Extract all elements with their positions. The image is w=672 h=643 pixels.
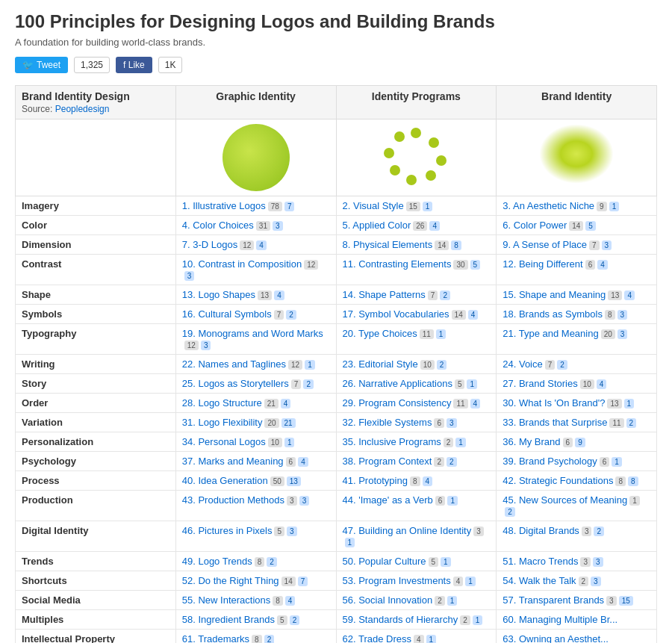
row9-c3-link[interactable]: 29. Program Consistency	[343, 397, 452, 409]
row10-c4-link[interactable]: 33. Brands that Surprise	[503, 417, 607, 428]
row14-c2-link[interactable]: 43. Production Methods	[182, 494, 284, 506]
row5-c2-link[interactable]: 16. Cultural Symbols	[182, 308, 272, 320]
category-cell: Shortcuts	[16, 571, 176, 591]
row18-c4-badge2: 15	[619, 596, 633, 606]
row20-c3-link[interactable]: 62. Trade Dress	[343, 633, 412, 643]
row12-c3-link[interactable]: 38. Program Context	[343, 456, 432, 467]
row1-c2-link[interactable]: 4. Color Choices	[182, 220, 254, 231]
row3-c4-link[interactable]: 12. Being Different	[503, 258, 582, 270]
table-row: Shape13. Logo Shapes13414. Shape Pattern…	[16, 285, 657, 305]
row20-c2-link[interactable]: 61. Trademarks	[182, 633, 249, 643]
row8-c4-link[interactable]: 27. Brand Stories	[503, 378, 577, 389]
row11-c3-badge2: 1	[455, 438, 466, 447]
row7-c3-link[interactable]: 23. Editorial Style	[343, 358, 418, 370]
row4-c4-link[interactable]: 15. Shape and Meaning	[503, 289, 606, 300]
row16-c3-link[interactable]: 50. Popular Culture	[343, 556, 426, 567]
row9-c4-link[interactable]: 30. What Is 'On Brand'?	[503, 397, 605, 409]
row20-c3-badge2: 1	[426, 635, 437, 643]
row8-c2: 25. Logos as Storytellers72	[175, 374, 336, 394]
row5-c2-badge1: 7	[274, 310, 284, 320]
row2-c3-link[interactable]: 8. Physical Elements	[343, 239, 433, 250]
row8-c2-link[interactable]: 25. Logos as Storytellers	[182, 378, 289, 389]
row18-c4-link[interactable]: 57. Transparent Brands	[503, 594, 604, 606]
row17-c4-badge2: 3	[591, 577, 601, 586]
row11-c3-badge1: 2	[444, 438, 454, 447]
row8-c3: 26. Narrative Applications51	[336, 374, 497, 394]
row17-c3-badge1: 4	[453, 577, 464, 586]
row20-c4-link[interactable]: 63. Owning an Aesthet...	[503, 633, 609, 643]
row1-c3-badge1: 26	[413, 221, 427, 231]
row3-c3-link[interactable]: 11. Contrasting Elements	[343, 258, 452, 270]
row11-c2-link[interactable]: 34. Personal Logos	[182, 436, 266, 447]
row7-c4-link[interactable]: 24. Voice	[503, 358, 543, 370]
peopledesign-link[interactable]: Peopledesign	[55, 104, 110, 114]
row16-c2-link[interactable]: 49. Logo Trends	[182, 556, 252, 567]
row0-c4-link[interactable]: 3. An Aesthetic Niche	[503, 200, 594, 211]
row14-c3-link[interactable]: 44. 'Image' as a Verb	[343, 494, 433, 506]
row5-c3-link[interactable]: 17. Symbol Vocabularies	[343, 308, 449, 320]
row17-c2-badge2: 7	[298, 577, 308, 586]
row10-c4-badge2: 2	[626, 418, 637, 428]
row6-c3-link[interactable]: 20. Type Choices	[343, 328, 417, 339]
row13-c3: 41. Prototyping84	[336, 471, 497, 491]
row6-c2-link[interactable]: 19. Monograms and Word Marks	[182, 328, 323, 339]
row17-c4-link[interactable]: 54. Walk the Talk	[503, 575, 576, 586]
row6-c2: 19. Monograms and Word Marks123	[175, 324, 336, 355]
table-row: Color4. Color Choices3135. Applied Color…	[16, 216, 657, 235]
row15-c4-link[interactable]: 48. Digital Brands	[503, 525, 579, 536]
row19-c3-badge1: 2	[460, 615, 470, 625]
row7-c2-link[interactable]: 22. Names and Taglines	[182, 358, 286, 370]
row13-c4-link[interactable]: 42. Strategic Foundations	[503, 475, 613, 486]
row19-c2-link[interactable]: 58. Ingredient Brands	[182, 614, 275, 625]
row10-c4-badge1: 11	[609, 418, 623, 428]
row18-c2-link[interactable]: 55. New Interactions	[182, 594, 271, 606]
row0-c3-link[interactable]: 2. Visual Style	[343, 200, 404, 211]
category-cell: Symbols	[16, 305, 176, 324]
row6-c4-link[interactable]: 21. Type and Meaning	[503, 328, 598, 339]
icon-row	[16, 119, 657, 196]
row10-c2-link[interactable]: 31. Logo Flexibility	[182, 417, 263, 428]
row5-c3-badge2: 4	[468, 310, 479, 320]
row17-c3-link[interactable]: 53. Program Investments	[343, 575, 451, 586]
row1-c4-link[interactable]: 6. Color Power	[503, 220, 567, 231]
row1-c3-link[interactable]: 5. Applied Color	[343, 220, 411, 231]
row5-c2: 16. Cultural Symbols72	[175, 305, 336, 324]
row2-c4-link[interactable]: 9. A Sense of Place	[503, 239, 587, 250]
like-button[interactable]: f Like	[116, 57, 152, 73]
row12-c4-link[interactable]: 39. Brand Psychology	[503, 456, 597, 467]
row15-c2-link[interactable]: 46. Pictures in Pixels	[182, 525, 273, 536]
row13-c3-link[interactable]: 41. Prototyping	[343, 475, 408, 486]
row14-c3-badge1: 6	[435, 496, 446, 506]
table-row: Digital Identity46. Pictures in Pixels53…	[16, 521, 657, 552]
row16-c4-link[interactable]: 51. Macro Trends	[503, 556, 578, 567]
row18-c3-link[interactable]: 56. Social Innovation	[343, 594, 433, 606]
row11-c3-link[interactable]: 35. Inclusive Programs	[343, 436, 441, 447]
row17-c2-link[interactable]: 52. Do the Right Thing	[182, 575, 279, 586]
dot-1	[429, 137, 439, 148]
row10-c3-link[interactable]: 32. Flexible Systems	[343, 417, 432, 428]
col1-source: Source: Peopledesign	[22, 104, 109, 114]
row19-c3-link[interactable]: 59. Standards of Hierarchy	[343, 614, 458, 625]
row2-c2-link[interactable]: 7. 3-D Logos	[182, 239, 237, 250]
tweet-button[interactable]: 🐦 Tweet	[15, 57, 68, 73]
row19-c4-link[interactable]: 60. Managing Multiple Br...	[503, 614, 617, 625]
row13-c2-link[interactable]: 40. Idea Generation	[182, 475, 268, 486]
row14-c4-link[interactable]: 45. New Sources of Meaning	[503, 494, 627, 506]
row1-c2-badge1: 31	[256, 221, 270, 231]
row4-c3-link[interactable]: 14. Shape Patterns	[343, 289, 426, 300]
row11-c4-link[interactable]: 36. My Brand	[503, 436, 560, 447]
row12-c2-link[interactable]: 37. Marks and Meaning	[182, 456, 284, 467]
row5-c4-link[interactable]: 18. Brands as Symbols	[503, 308, 603, 320]
row3-c4-badge2: 4	[597, 260, 608, 270]
row15-c3-link[interactable]: 47. Building an Online Identity	[343, 525, 472, 536]
row3-c2-link[interactable]: 10. Contrast in Composition	[182, 258, 302, 270]
row9-c2-link[interactable]: 28. Logo Structure	[182, 397, 262, 409]
category-cell: Shape	[16, 285, 176, 305]
row0-c2-link[interactable]: 1. Illustrative Logos	[182, 200, 266, 211]
row6-c4-badge1: 20	[601, 329, 615, 339]
dot-2	[436, 155, 447, 166]
row9-c3-badge2: 4	[470, 399, 481, 409]
row4-c2-link[interactable]: 13. Logo Shapes	[182, 289, 255, 300]
row14-c2-badge1: 3	[287, 496, 297, 506]
row8-c3-link[interactable]: 26. Narrative Applications	[343, 378, 452, 389]
